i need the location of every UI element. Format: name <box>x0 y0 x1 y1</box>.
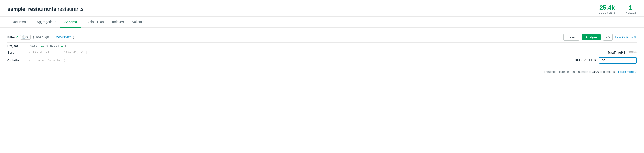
tab-schema[interactable]: Schema <box>60 17 81 28</box>
tab-explain-plan[interactable]: Explain Plan <box>81 17 108 28</box>
filter-left: Filter ↗ 🕑 ▼ { borough: "Brooklyn" } <box>8 35 564 40</box>
db-name: sample_restaurants <box>8 6 56 12</box>
skip-value: 0 <box>584 59 586 62</box>
tab-validation[interactable]: Validation <box>128 17 150 28</box>
filter-value: { borough: "Brooklyn" } <box>32 36 74 39</box>
stats-panel: 25.4k DOCUMENTS 1 INDEXES <box>599 4 636 14</box>
indexes-count: 1 <box>625 4 636 11</box>
collation-right: Skip 0 Limit <box>575 57 636 64</box>
report-prefix: This report is based on a sample of <box>544 70 592 73</box>
collation-label: Collation <box>8 59 26 62</box>
filter-row: Filter ↗ 🕑 ▼ { borough: "Brooklyn" } Res… <box>8 32 636 43</box>
project-label: Project <box>8 44 26 48</box>
chevron-down-icon: ▼ <box>26 36 29 39</box>
tab-documents[interactable]: Documents <box>8 17 32 28</box>
project-value: { name: 1, grades: 1 } <box>26 44 636 48</box>
code-button[interactable]: </> <box>603 34 612 41</box>
sort-value: { field: -1 } or [['field', -1]] <box>29 51 88 54</box>
report-bar: This report is based on a sample of 1000… <box>0 67 644 76</box>
reset-button[interactable]: Reset <box>564 34 579 41</box>
filter-external-link-icon[interactable]: ↗ <box>16 36 18 39</box>
indexes-label: INDEXES <box>625 12 636 14</box>
query-panel: Filter ↗ 🕑 ▼ { borough: "Brooklyn" } Res… <box>0 28 644 67</box>
sort-row: Sort { field: -1 } or [['field', -1]] Ma… <box>8 49 636 56</box>
report-suffix: documents. <box>600 70 616 73</box>
documents-count: 25.4k <box>599 4 616 11</box>
filter-actions: Reset Analyze </> Less Options ▼ <box>564 34 636 41</box>
learn-more-link[interactable]: Learn more <box>618 70 634 73</box>
filter-history-button[interactable]: 🕑 ▼ <box>20 35 31 40</box>
sort-label: Sort <box>8 51 26 54</box>
project-row: Project { name: 1, grades: 1 } <box>8 43 636 49</box>
tab-aggregations[interactable]: Aggregations <box>32 17 60 28</box>
indexes-stat: 1 INDEXES <box>625 4 636 14</box>
top-bar: sample_restaurants.restaurants 25.4k DOC… <box>0 0 644 17</box>
maxtimems-label: MaxTimeMS <box>608 51 626 54</box>
collation-left: Collation { locale: 'simple' } <box>8 59 66 62</box>
collation-row: Collation { locale: 'simple' } Skip 0 Li… <box>8 56 636 67</box>
sort-right: MaxTimeMS 60000 <box>608 51 636 54</box>
maxtimems-value: 60000 <box>627 51 636 54</box>
learn-more-external-icon: ↗ <box>635 71 636 73</box>
collection-title: sample_restaurants.restaurants <box>8 6 84 12</box>
filter-label: Filter ↗ <box>8 36 18 39</box>
clock-icon: 🕑 <box>22 36 26 39</box>
limit-label: Limit <box>589 59 596 62</box>
limit-input[interactable] <box>599 57 636 64</box>
skip-label: Skip <box>575 59 582 62</box>
collection-name: .restaurants <box>56 6 84 12</box>
documents-stat: 25.4k DOCUMENTS <box>599 4 616 14</box>
less-options-button[interactable]: Less Options ▼ <box>615 36 636 39</box>
tab-bar: Documents Aggregations Schema Explain Pl… <box>0 17 644 28</box>
collation-value: { locale: 'simple' } <box>29 59 66 62</box>
documents-label: DOCUMENTS <box>599 12 616 14</box>
tab-indexes[interactable]: Indexes <box>108 17 128 28</box>
analyze-button[interactable]: Analyze <box>582 34 601 40</box>
sort-left: Sort { field: -1 } or [['field', -1]] <box>8 51 88 54</box>
report-count: 1000 <box>592 70 599 73</box>
chevron-down-icon: ▼ <box>634 36 636 39</box>
